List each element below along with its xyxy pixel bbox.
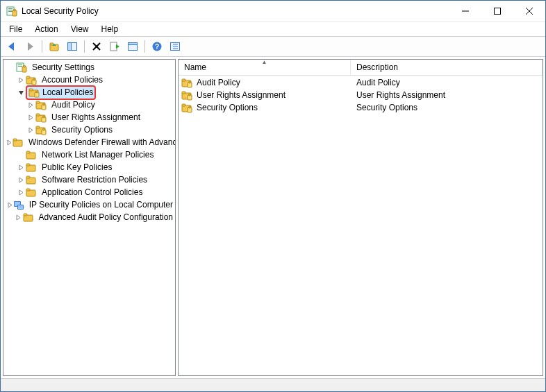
tree-item-defender-firewall[interactable]: Windows Defender Firewall with Advanced … <box>3 136 175 148</box>
svg-rect-66 <box>26 164 30 166</box>
tree-label: Audit Policy <box>49 99 97 112</box>
list-body[interactable]: Audit Policy Audit Policy User Rights As… <box>179 76 543 375</box>
tree-item-account-policies[interactable]: Account Policies <box>3 74 175 86</box>
svg-rect-82 <box>182 79 185 81</box>
svg-rect-7 <box>495 8 501 15</box>
expander-icon[interactable] <box>6 137 13 147</box>
menu-help[interactable]: Help <box>96 23 124 35</box>
folder-lock-icon <box>181 102 192 113</box>
folder-lock-icon <box>35 99 47 110</box>
tree-item-audit-policy[interactable]: Audit Policy <box>3 99 175 111</box>
folder-icon <box>26 174 37 185</box>
tree-label: Software Restriction Policies <box>40 173 149 187</box>
expander-icon[interactable] <box>16 162 26 172</box>
svg-marker-20 <box>116 44 119 49</box>
expander-icon[interactable] <box>26 125 35 135</box>
expander-icon[interactable] <box>26 100 35 110</box>
expander-icon[interactable] <box>16 75 26 85</box>
window-title: Local Security Policy <box>22 6 449 16</box>
close-button[interactable] <box>513 1 545 22</box>
list-cell-name: Security Options <box>197 103 258 112</box>
svg-rect-69 <box>26 176 30 178</box>
folder-lock-icon <box>35 112 47 123</box>
security-settings-icon <box>16 62 27 73</box>
svg-text:?: ? <box>155 43 159 51</box>
tree-item-user-rights[interactable]: User Rights Assignment <box>3 111 175 123</box>
svg-marker-64 <box>19 165 23 170</box>
tree-item-software-restriction[interactable]: Software Restriction Policies <box>3 173 175 186</box>
svg-rect-2 <box>8 10 13 10</box>
tree-label: Public Key Policies <box>40 161 114 174</box>
expander-icon[interactable] <box>16 187 26 197</box>
svg-marker-11 <box>28 42 33 51</box>
maximize-button[interactable] <box>481 1 513 22</box>
tree-scrollbar-h[interactable] <box>3 364 175 375</box>
svg-rect-77 <box>18 205 23 209</box>
list-row[interactable]: User Rights Assignment User Rights Assig… <box>179 89 543 101</box>
menu-action[interactable]: Action <box>29 23 63 35</box>
svg-marker-54 <box>29 128 33 133</box>
up-button[interactable] <box>46 38 63 55</box>
folder-lock-icon <box>28 87 40 98</box>
expander-icon[interactable] <box>26 112 35 122</box>
expander-icon[interactable] <box>16 175 26 185</box>
statusbar <box>1 378 545 391</box>
export-button[interactable] <box>106 38 123 55</box>
info-button[interactable] <box>167 38 183 55</box>
tree-label: Windows Defender Firewall with Advanced … <box>26 136 175 149</box>
svg-rect-3 <box>8 11 13 12</box>
tree-label: Security Options <box>49 123 115 137</box>
folder-lock-icon <box>181 90 192 101</box>
svg-marker-39 <box>19 91 24 95</box>
back-button[interactable] <box>3 38 20 55</box>
list-row[interactable]: Audit Policy Audit Policy <box>179 76 543 89</box>
tree-item-local-policies[interactable]: Local Policies <box>3 86 175 99</box>
svg-rect-51 <box>36 114 40 116</box>
tree-item-security-options[interactable]: Security Options <box>3 123 175 136</box>
tree[interactable]: Security Settings Account Policies <box>3 60 175 364</box>
expander-icon[interactable] <box>7 200 13 210</box>
expander-icon[interactable] <box>16 87 26 97</box>
svg-marker-34 <box>19 78 23 83</box>
tree-item-app-control[interactable]: Application Control Policies <box>3 186 175 198</box>
svg-marker-73 <box>8 203 12 207</box>
folder-lock-icon <box>35 124 47 135</box>
svg-rect-86 <box>182 92 185 94</box>
menu-view[interactable]: View <box>65 23 94 35</box>
list-cell-name: Audit Policy <box>197 78 240 87</box>
list-row[interactable]: Security Options Security Options <box>179 101 543 114</box>
tree-root[interactable]: Security Settings <box>3 61 175 74</box>
app-window: Local Security Policy File Action View H… <box>0 0 546 392</box>
toolbar: ? <box>1 36 545 57</box>
tree-item-public-key[interactable]: Public Key Policies <box>3 161 175 173</box>
menubar: File Action View Help <box>1 22 545 36</box>
column-header-name[interactable]: Name ▲ <box>179 60 351 75</box>
list-pane: Name ▲ Description Audit Policy Audit Po… <box>178 59 543 376</box>
svg-rect-63 <box>26 151 30 153</box>
tree-item-ip-security[interactable]: IP Security Policies on Local Computer <box>3 198 175 211</box>
tree-root-label: Security Settings <box>32 62 94 72</box>
separator <box>42 40 42 53</box>
list-cell-description: Audit Policy <box>351 78 543 87</box>
titlebar: Local Security Policy <box>1 1 545 22</box>
refresh-button[interactable] <box>124 38 141 55</box>
folder-icon <box>26 187 37 198</box>
show-hide-tree-button[interactable] <box>64 38 81 55</box>
forward-button[interactable] <box>22 38 38 55</box>
tree-item-network-list[interactable]: Network List Manager Policies <box>3 148 175 161</box>
svg-rect-61 <box>13 139 17 141</box>
column-header-description[interactable]: Description <box>351 60 543 75</box>
app-icon <box>6 6 17 17</box>
tree-item-advanced-audit[interactable]: Advanced Audit Policy Configuration <box>3 211 175 223</box>
expander-icon[interactable] <box>15 212 23 222</box>
svg-rect-19 <box>110 42 117 51</box>
svg-rect-90 <box>182 104 185 106</box>
sort-indicator-icon: ▲ <box>262 59 267 65</box>
separator <box>84 40 85 53</box>
menu-file[interactable]: File <box>3 23 28 35</box>
list-header: Name ▲ Description <box>179 60 543 76</box>
delete-button[interactable] <box>88 38 105 55</box>
help-button[interactable]: ? <box>149 38 165 55</box>
minimize-button[interactable] <box>449 1 481 22</box>
svg-rect-16 <box>68 43 72 51</box>
